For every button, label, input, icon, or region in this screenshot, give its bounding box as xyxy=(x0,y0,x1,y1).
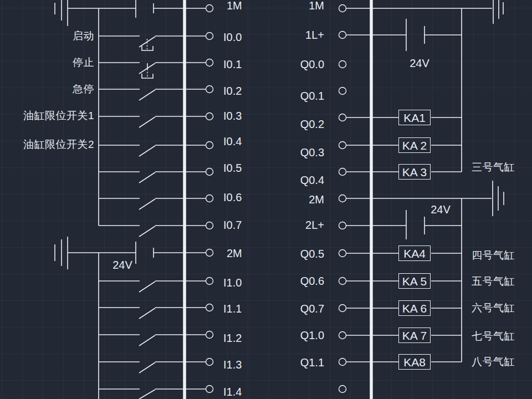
contact-row-i10 xyxy=(99,281,206,292)
relay-coil-label: KA1 xyxy=(403,112,426,124)
output-terminal-label-2m: 2M xyxy=(309,194,324,205)
relay-coil-ka4: KA4 xyxy=(398,245,431,261)
input-terminal-label-i10: I1.0 xyxy=(223,277,242,288)
contact-row-i06 xyxy=(99,198,206,209)
relay-coil-label: KA4 xyxy=(403,248,426,259)
output-terminal-label-q11: Q1.1 xyxy=(300,357,324,368)
output-terminal-label-q02: Q0.2 xyxy=(300,119,324,130)
device-label-stop: 停止 xyxy=(73,57,94,68)
actuator-label-cylinder-3: 三号气缸 xyxy=(472,162,515,172)
output-terminal-label-q10: Q1.0 xyxy=(300,330,324,341)
relay-coil-ka1: KA1 xyxy=(398,110,431,125)
input-terminal-label-i12: I1.2 xyxy=(223,332,242,344)
relay-coil-ka7: KA 7 xyxy=(398,328,431,343)
input-terminal-label-i03: I0.3 xyxy=(223,110,242,121)
input-terminal-label-i07: I0.7 xyxy=(223,219,242,231)
input-terminal-label-i14: I1.4 xyxy=(223,386,242,397)
relay-coil-label: KA8 xyxy=(403,356,426,368)
contact-row-i07 xyxy=(99,226,206,237)
input-terminal-label-i05: I0.5 xyxy=(223,162,242,173)
actuator-label-cylinder-4: 四号气缸 xyxy=(472,250,515,260)
input-terminal-label-i11: I1.1 xyxy=(223,303,242,314)
relay-coil-label: KA 5 xyxy=(402,275,427,287)
ground-symbol-mid-right xyxy=(493,181,504,216)
output-terminal-label-q04: Q0.4 xyxy=(300,175,324,186)
contact-row-i13 xyxy=(99,362,206,373)
input-terminal-label-i06: I0.6 xyxy=(223,192,242,203)
output-terminal-label-q03: Q0.3 xyxy=(300,147,324,158)
contact-row-i14 xyxy=(99,389,206,399)
device-label-limit-switch-2: 油缸限位开关2 xyxy=(23,139,94,150)
input-terminal-label-i13: I1.3 xyxy=(223,359,242,370)
battery-voltage-label-output-top: 24V xyxy=(410,58,429,69)
battery-voltage-label-output-mid: 24V xyxy=(431,204,451,215)
output-terminal-label-q06: Q0.6 xyxy=(300,275,324,287)
pushbutton-nc-stop xyxy=(99,63,206,78)
contact-row-i05 xyxy=(99,172,206,183)
output-terminal-label-q07: Q0.7 xyxy=(300,303,324,314)
relay-coil-ka3: KA 3 xyxy=(398,164,431,180)
input-terminal-label-i00: I0.0 xyxy=(223,32,242,43)
device-label-start: 启动 xyxy=(73,30,94,41)
input-terminal-label-2m: 2M xyxy=(227,248,242,259)
actuator-label-cylinder-5: 五号气缸 xyxy=(472,276,515,287)
relay-coil-label: KA 6 xyxy=(402,303,427,314)
contact-estop xyxy=(99,89,206,100)
contact-row-i11 xyxy=(99,308,206,319)
relay-coil-ka8: KA8 xyxy=(398,354,431,370)
relay-coil-label: KA 3 xyxy=(402,166,427,178)
relay-coil-label: KA 7 xyxy=(402,330,427,341)
relay-coil-label: KA 2 xyxy=(402,140,427,151)
ground-symbol-top-right xyxy=(493,0,503,24)
pushbutton-no-start xyxy=(99,36,206,50)
output-terminal-circles xyxy=(339,5,346,393)
output-terminal-label-1m: 1M xyxy=(309,0,324,11)
battery-voltage-label-input: 24V xyxy=(112,259,132,270)
input-terminal-label-i04: I0.4 xyxy=(223,136,242,147)
output-terminal-label-q00: Q0.0 xyxy=(300,59,324,70)
battery-symbol-output-top xyxy=(346,19,462,51)
ground-symbol-bottom-left xyxy=(55,237,68,269)
ground-symbol-top-left xyxy=(55,0,68,26)
input-terminal-label-1m: 1M xyxy=(227,0,242,11)
device-label-limit-switch-1: 油缸限位开关1 xyxy=(23,110,94,121)
device-label-estop: 急停 xyxy=(73,84,94,94)
actuator-label-cylinder-6: 六号气缸 xyxy=(472,303,515,313)
contact-limit-switch-2 xyxy=(99,145,206,156)
output-terminal-label-q05: Q0.5 xyxy=(300,248,324,259)
relay-coil-ka6: KA 6 xyxy=(398,300,431,316)
output-terminal-label-1l: 1L+ xyxy=(305,29,324,40)
input-terminal-circles xyxy=(206,5,213,393)
actuator-label-cylinder-7: 七号气缸 xyxy=(472,331,515,341)
input-terminal-label-i01: I0.1 xyxy=(223,59,242,70)
contact-row-i12 xyxy=(99,335,206,346)
contact-limit-switch-1 xyxy=(99,116,206,127)
actuator-label-cylinder-8: 八号气缸 xyxy=(472,356,515,367)
relay-coil-ka5: KA 5 xyxy=(398,273,431,289)
input-terminal-label-i02: I0.2 xyxy=(223,85,242,96)
output-terminal-label-q01: Q0.1 xyxy=(300,90,324,101)
relay-coil-ka2: KA 2 xyxy=(398,137,431,153)
output-terminal-label-2l: 2L+ xyxy=(305,219,324,231)
cad-drawing-canvas[interactable]: 启动 停止 急停 油缸限位开关1 油缸限位开关2 24V 1M I0.0 I0.… xyxy=(0,0,532,399)
